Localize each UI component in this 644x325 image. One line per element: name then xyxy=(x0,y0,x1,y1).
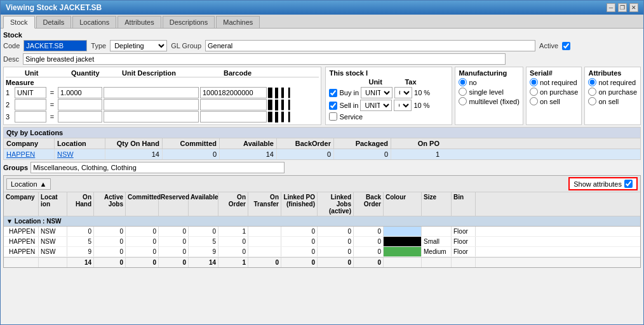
ql-on-po-1: 1 xyxy=(391,149,442,159)
code-input[interactable] xyxy=(23,40,87,51)
bt-committed-3: 0 xyxy=(126,247,159,256)
ql-col-packaged: Packaged xyxy=(334,138,391,149)
tax-col-header: Tax xyxy=(405,78,416,86)
unit-input-2[interactable] xyxy=(15,99,46,110)
bt-linked-jobs-3: 0 xyxy=(318,247,354,256)
right-panels: This stock I Unit Tax Buy in UNIT G 10 % xyxy=(325,67,641,125)
measure-row-3: 3 = ▋▌▍▎ xyxy=(6,111,319,123)
main-window: Viewing Stock JACKET.SB ─ ❐ ✕ Stock Deta… xyxy=(0,0,644,325)
bt-bin-3: Floor xyxy=(452,247,476,256)
qty-input-1[interactable] xyxy=(58,87,102,98)
mfg-single-row: single level xyxy=(459,88,519,96)
buy-in-checkbox[interactable] xyxy=(329,89,337,97)
restore-button[interactable]: ❐ xyxy=(618,3,627,12)
bt-total-location xyxy=(39,258,67,267)
bt-total-on-order: 1 xyxy=(218,258,248,267)
service-checkbox[interactable] xyxy=(329,112,337,121)
group-header-nsw: ▼ Location : NSW xyxy=(4,216,640,227)
ql-company-1[interactable]: HAPPEN xyxy=(4,149,55,159)
bt-back-order-3: 0 xyxy=(354,247,384,256)
bt-on-transfer-2 xyxy=(248,237,281,246)
barcode-input-2[interactable] xyxy=(200,99,267,110)
desc-row: Desc xyxy=(3,53,641,65)
bt-total-size xyxy=(422,258,452,267)
manufacturing-title: Manufacturing xyxy=(459,69,519,77)
serial-not-req-row: not required xyxy=(530,78,579,86)
serial-on-purchase-radio[interactable] xyxy=(530,88,538,96)
gl-group-input[interactable] xyxy=(205,40,535,51)
mfg-no-row: no xyxy=(459,78,519,86)
buy-in-unit-select[interactable]: UNIT xyxy=(361,87,392,98)
barcode-input-1[interactable] xyxy=(200,87,267,98)
serial-on-purchase-label: on purchase xyxy=(540,88,579,96)
desc-label: Desc xyxy=(3,55,19,63)
bt-reserved-2: 0 xyxy=(159,237,189,246)
bt-on-order-3: 0 xyxy=(218,247,248,256)
bt-size-1 xyxy=(422,227,452,236)
active-checkbox[interactable] xyxy=(562,42,570,50)
unit-input-3[interactable] xyxy=(15,111,46,123)
tab-machines[interactable]: Machines xyxy=(216,16,260,28)
code-row: Code Type Depleting GL Group Active xyxy=(3,40,641,51)
sell-in-tax-select[interactable]: G xyxy=(394,100,412,111)
serial-not-req-radio[interactable] xyxy=(530,78,538,86)
col-qty-header: Quantity xyxy=(71,69,122,77)
mfg-multi-label: multilevel (fixed) xyxy=(469,98,519,105)
row-num-1: 1 xyxy=(6,89,13,96)
bt-on-hand-3: 9 xyxy=(67,247,94,256)
unit-input-1[interactable] xyxy=(15,87,46,98)
sell-in-checkbox[interactable] xyxy=(329,102,337,110)
mfg-no-radio[interactable] xyxy=(459,78,467,86)
bt-total-on-hand: 14 xyxy=(67,258,94,267)
sell-in-unit-select[interactable]: UNIT xyxy=(360,100,392,111)
bt-col-available: Available xyxy=(189,192,218,216)
tab-attributes[interactable]: Attributes xyxy=(117,16,161,28)
unit-desc-input-3[interactable] xyxy=(104,111,199,123)
title-bar: Viewing Stock JACKET.SB ─ ❐ ✕ xyxy=(1,1,643,15)
show-attributes-button[interactable]: Show attributes xyxy=(568,177,638,190)
tab-bar: Stock Details Locations Attributes Descr… xyxy=(1,15,643,29)
attr-on-sell-radio[interactable] xyxy=(588,97,596,105)
this-stock-panel: This stock I Unit Tax Buy in UNIT G 10 % xyxy=(325,67,452,125)
row-num-3: 3 xyxy=(6,113,13,121)
show-attributes-checkbox[interactable] xyxy=(624,180,633,188)
bt-committed-2: 0 xyxy=(126,237,159,246)
tab-details[interactable]: Details xyxy=(36,16,72,28)
tab-locations[interactable]: Locations xyxy=(72,16,116,28)
tab-stock[interactable]: Stock xyxy=(3,16,35,29)
mfg-single-radio[interactable] xyxy=(459,88,467,96)
qty-input-2[interactable] xyxy=(58,99,102,110)
location-button[interactable]: Location ▲ xyxy=(6,178,51,190)
sell-in-tax-pct: 10 % xyxy=(413,102,429,109)
attr-on-purchase-radio[interactable] xyxy=(588,88,596,96)
col-num xyxy=(15,69,23,77)
bt-linked-jobs-1: 0 xyxy=(318,227,354,236)
buy-in-tax-select[interactable]: G xyxy=(394,87,412,98)
type-select[interactable]: Depleting xyxy=(110,40,167,51)
qty-input-3[interactable] xyxy=(58,111,102,123)
bt-linked-po-1: 0 xyxy=(281,227,318,236)
mfg-multi-row: multilevel (fixed) xyxy=(459,97,519,105)
sell-in-label: Sell in xyxy=(339,102,358,109)
mfg-multi-radio[interactable] xyxy=(459,97,467,105)
attr-not-req-radio[interactable] xyxy=(588,78,596,86)
attributes-panel: Attributes not required on purchase on s… xyxy=(584,67,641,125)
bt-location-1: NSW xyxy=(39,227,67,236)
bt-location-3: NSW xyxy=(39,247,67,256)
tab-descriptions[interactable]: Descriptions xyxy=(163,16,215,28)
ql-col-qty-on-hand: Qty On Hand xyxy=(105,138,163,149)
serial-title: Serial# xyxy=(530,69,579,77)
serial-on-sell-radio[interactable] xyxy=(530,97,538,105)
ql-location-1[interactable]: NSW xyxy=(55,149,105,159)
unit-desc-input-1[interactable] xyxy=(104,87,199,98)
bt-total-bin xyxy=(452,258,476,267)
barcode-input-3[interactable] xyxy=(200,111,267,123)
minimize-button[interactable]: ─ xyxy=(607,3,615,12)
unit-desc-input-2[interactable] xyxy=(104,99,199,110)
bt-on-order-1: 1 xyxy=(218,227,248,236)
bt-col-on-hand: On Hand xyxy=(67,192,94,216)
desc-input[interactable] xyxy=(23,53,506,65)
groups-input[interactable] xyxy=(30,162,285,173)
close-button[interactable]: ✕ xyxy=(629,3,638,12)
active-label: Active xyxy=(539,42,558,50)
